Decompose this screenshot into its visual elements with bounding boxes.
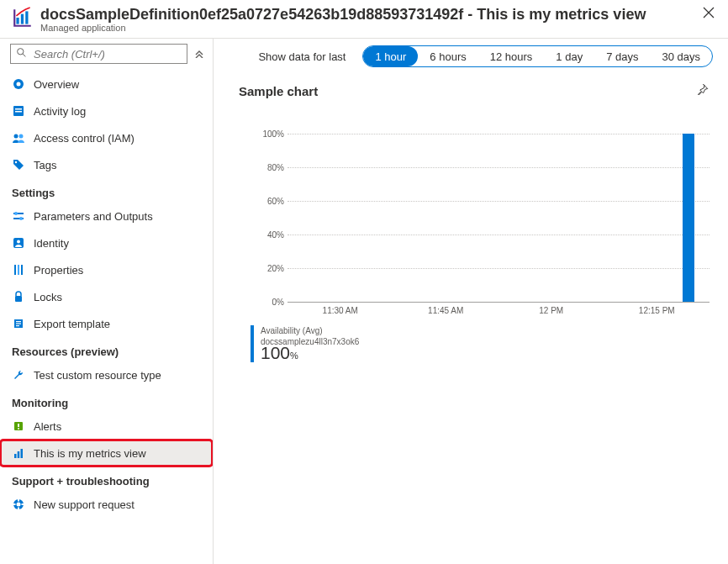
svg-rect-25 — [16, 325, 19, 326]
chart-legend: Availability (Avg) docssamplezu4ll3n7x3o… — [251, 325, 710, 362]
svg-point-14 — [14, 212, 18, 215]
time-pill-7-days[interactable]: 7 days — [594, 46, 650, 66]
sidebar-item-overview[interactable]: Overview — [0, 71, 213, 98]
svg-rect-28 — [14, 454, 17, 458]
svg-rect-36 — [22, 503, 24, 505]
svg-rect-18 — [14, 265, 16, 275]
x-tick-label: 12 PM — [499, 306, 604, 315]
sidebar-item-label: Locks — [34, 291, 62, 303]
gridline — [288, 134, 710, 134]
svg-rect-21 — [15, 296, 22, 302]
svg-rect-34 — [18, 508, 19, 510]
section-resources: Resources (preview) — [0, 337, 213, 361]
time-filter-label: Show data for last — [258, 50, 346, 63]
sidebar-item-test-custom-resource-type[interactable]: Test custom resource type — [0, 361, 213, 388]
sidebar-item-properties[interactable]: Properties — [0, 256, 213, 283]
svg-rect-35 — [13, 503, 16, 505]
svg-point-32 — [17, 503, 21, 507]
metrics-icon — [12, 446, 25, 460]
sidebar-item-activity-log[interactable]: Activity log — [0, 98, 213, 124]
svg-point-9 — [14, 134, 18, 139]
sidebar-item-label: Activity log — [34, 105, 86, 118]
chart-title: Sample chart — [239, 84, 318, 98]
metrics-icon — [12, 7, 34, 31]
search-input[interactable] — [32, 47, 182, 61]
alerts-icon — [12, 419, 25, 433]
svg-point-15 — [19, 217, 23, 220]
params-icon — [12, 209, 25, 223]
svg-point-10 — [19, 134, 24, 139]
y-tick-label: 40% — [251, 230, 284, 240]
y-tick-label: 60% — [251, 197, 284, 206]
main-content: Show data for last 1 hour6 hours12 hours… — [214, 39, 728, 564]
time-pill-1-day[interactable]: 1 day — [544, 46, 594, 66]
sidebar-item-label: Overview — [34, 78, 79, 91]
pin-button[interactable] — [694, 82, 710, 100]
chart-plot-area: 0%20%40%60%80%100%11:30 AM11:45 AM12 PM1… — [251, 134, 710, 302]
sidebar-item-label: Alerts — [34, 420, 61, 433]
overview-icon — [12, 77, 25, 91]
legend-unit: % — [290, 351, 298, 361]
sidebar-item-parameters-and-outputs[interactable]: Parameters and Outputs — [0, 203, 213, 229]
x-axis-labels: 11:30 AM11:45 AM12 PM12:15 PM — [288, 306, 710, 315]
sidebar-item-tags[interactable]: Tags — [0, 151, 213, 178]
svg-point-27 — [18, 428, 19, 430]
y-tick-label: 80% — [251, 163, 284, 172]
sidebar-item-identity[interactable]: Identity — [0, 229, 213, 256]
page-title: docsSampleDefinition0ef25a0727e54263b19d… — [40, 5, 699, 24]
time-filter-row: Show data for last 1 hour6 hours12 hours… — [214, 39, 728, 74]
support-icon — [12, 498, 25, 511]
gridline — [288, 167, 710, 168]
svg-rect-23 — [16, 321, 21, 322]
sidebar-item-new-support-request[interactable]: New support request — [0, 491, 213, 518]
section-settings: Settings — [0, 178, 213, 203]
svg-rect-30 — [21, 449, 24, 458]
legend-color-swatch — [251, 325, 254, 362]
sidebar-item-alerts[interactable]: Alerts — [0, 413, 213, 440]
svg-rect-8 — [15, 111, 22, 113]
locks-icon — [12, 290, 25, 303]
page-subtitle: Managed application — [40, 23, 699, 33]
sidebar-item-locks[interactable]: Locks — [0, 283, 213, 310]
svg-point-5 — [17, 82, 21, 87]
sidebar-item-label: This is my metrics view — [34, 447, 146, 460]
time-pill-12-hours[interactable]: 12 hours — [478, 46, 545, 66]
legend-series-name: Availability (Avg) — [261, 325, 359, 336]
time-pill-30-days[interactable]: 30 days — [650, 46, 712, 66]
sidebar-item-label: Test custom resource type — [34, 369, 161, 382]
x-tick-label: 11:45 AM — [393, 306, 499, 315]
y-tick-label: 100% — [251, 129, 284, 139]
chart-bar — [683, 134, 694, 302]
wrench-icon — [12, 368, 25, 382]
time-pill-1-hour[interactable]: 1 hour — [363, 46, 418, 66]
svg-rect-20 — [21, 265, 23, 275]
search-icon — [16, 47, 27, 61]
close-button[interactable] — [699, 5, 718, 24]
time-pill-6-hours[interactable]: 6 hours — [418, 46, 477, 66]
tags-icon — [12, 158, 25, 171]
svg-rect-0 — [16, 18, 18, 24]
export-icon — [12, 317, 25, 330]
legend-value: 100 — [261, 343, 290, 362]
y-tick-label: 20% — [251, 264, 284, 273]
svg-point-17 — [17, 240, 20, 244]
svg-rect-29 — [18, 451, 20, 458]
gridline — [288, 302, 710, 303]
svg-rect-1 — [21, 14, 24, 24]
sidebar-item-access-control-iam[interactable]: Access control (IAM) — [0, 124, 213, 151]
x-tick-label: 11:30 AM — [288, 306, 393, 315]
search-input-wrapper[interactable] — [10, 44, 187, 64]
svg-point-3 — [18, 49, 24, 55]
collapse-sidebar-button[interactable] — [193, 46, 206, 62]
svg-rect-7 — [15, 108, 22, 110]
blade-header: docsSampleDefinition0ef25a0727e54263b19d… — [0, 0, 728, 39]
x-tick-label: 12:15 PM — [604, 306, 710, 315]
properties-icon — [12, 263, 25, 277]
sidebar: OverviewActivity logAccess control (IAM)… — [0, 39, 214, 564]
sidebar-item-label: Export template — [34, 318, 110, 330]
time-filter-pills: 1 hour6 hours12 hours1 day7 days30 days — [362, 45, 713, 67]
section-support: Support + troubleshooting — [0, 466, 213, 491]
sidebar-item-this-is-my-metrics-view[interactable]: This is my metrics view — [0, 440, 213, 466]
sidebar-item-export-template[interactable]: Export template — [0, 310, 213, 337]
sidebar-item-label: Tags — [34, 159, 56, 171]
